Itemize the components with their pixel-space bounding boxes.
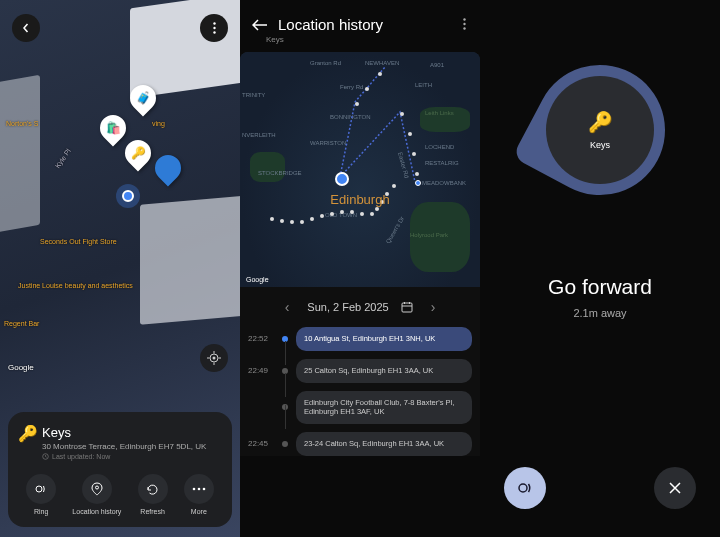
date-navigator: ‹ Sun, 2 Feb 2025 › — [240, 287, 480, 327]
distance-text: 2.1m away — [480, 307, 720, 319]
entry-time: 22:49 — [248, 366, 274, 375]
more-horizontal-icon — [192, 487, 206, 491]
history-entry[interactable]: Edinburgh City Football Club, 7-8 Baxter… — [248, 391, 472, 425]
entry-address: 25 Calton Sq, Edinburgh EH1 3AA, UK — [296, 359, 472, 383]
entry-time: 22:52 — [248, 334, 274, 343]
direction-panel: 🔑 Keys Go forward 2.1m away — [480, 0, 720, 537]
prev-date-button[interactable]: ‹ — [279, 299, 296, 315]
map-pin-bag[interactable]: 🛍️ — [100, 115, 126, 147]
google-attribution: Google — [8, 363, 34, 372]
map-pin-luggage[interactable]: 🧳 — [130, 85, 156, 117]
compass-item-name: Keys — [590, 140, 610, 150]
svg-point-10 — [36, 486, 42, 492]
back-button[interactable] — [12, 14, 40, 42]
poi-label: Regent Bar — [4, 320, 39, 327]
more-action[interactable]: More — [184, 474, 214, 515]
entry-time: 22:45 — [248, 439, 274, 448]
key-icon: 🔑 — [131, 146, 146, 160]
ring-button[interactable] — [504, 467, 546, 509]
more-vertical-icon — [463, 18, 466, 30]
svg-point-16 — [463, 23, 465, 25]
more-button[interactable] — [200, 14, 228, 42]
svg-point-15 — [463, 18, 465, 20]
page-subtitle: Keys — [266, 35, 480, 44]
map-panel: 🧳 🛍️ 🔑 Norton's S ving Kyle Pl Seconds O… — [0, 0, 240, 537]
svg-point-4 — [213, 357, 216, 360]
history-entry[interactable]: 22:45 23-24 Calton Sq, Edinburgh EH1 3AA… — [248, 432, 472, 456]
clock-icon — [42, 453, 49, 460]
more-vertical-icon — [213, 22, 216, 34]
history-entry[interactable]: 22:49 25 Calton Sq, Edinburgh EH1 3AA, U… — [248, 359, 472, 383]
svg-rect-18 — [402, 303, 412, 312]
svg-point-14 — [203, 488, 206, 491]
history-panel: Location history Keys Granton Rd NEWHAVE… — [240, 0, 480, 537]
svg-point-1 — [213, 27, 215, 29]
poi-label: Seconds Out Fight Store — [40, 238, 117, 245]
crosshair-icon — [207, 351, 221, 365]
back-button[interactable] — [252, 19, 268, 31]
calendar-button[interactable] — [401, 301, 413, 313]
page-title: Location history — [278, 16, 383, 33]
close-button[interactable] — [654, 467, 696, 509]
map-pin-keys[interactable]: 🔑 — [125, 140, 151, 172]
svg-point-11 — [95, 486, 98, 489]
timeline-dot — [282, 441, 288, 447]
entry-address: 23-24 Calton Sq, Edinburgh EH1 3AA, UK — [296, 432, 472, 456]
svg-point-2 — [213, 31, 215, 33]
ring-icon — [34, 482, 48, 496]
more-button[interactable] — [463, 18, 466, 30]
city-label: Edinburgh — [330, 192, 389, 207]
history-entry[interactable]: 22:52 10 Antigua St, Edinburgh EH1 3NH, … — [248, 327, 472, 351]
history-action[interactable]: Location history — [72, 474, 121, 515]
key-icon: 🔑 — [588, 110, 613, 134]
track-path — [240, 52, 480, 287]
direction-instruction: Go forward — [480, 275, 720, 299]
current-date: Sun, 2 Feb 2025 — [307, 301, 388, 313]
poi-label: Norton's S — [6, 120, 38, 127]
next-date-button[interactable]: › — [425, 299, 442, 315]
item-name: Keys — [42, 425, 71, 440]
refresh-action[interactable]: Refresh — [138, 474, 168, 515]
google-attribution: Google — [246, 276, 269, 283]
luggage-icon: 🧳 — [136, 91, 151, 105]
current-location-dot — [335, 172, 349, 186]
calendar-icon — [401, 301, 413, 313]
svg-point-22 — [519, 484, 527, 492]
current-location-dot — [122, 190, 134, 202]
close-icon — [669, 482, 681, 494]
poi-label: Justine Louise beauty and aesthetics — [18, 282, 133, 289]
ring-icon — [516, 479, 534, 497]
chevron-left-icon — [21, 23, 31, 33]
bag-icon: 🛍️ — [106, 121, 121, 135]
history-list: 22:52 10 Antigua St, Edinburgh EH1 3NH, … — [240, 327, 480, 456]
locate-me-button[interactable] — [200, 344, 228, 372]
item-details-card: 🔑 Keys 30 Montrose Terrace, Edinburgh EH… — [8, 412, 232, 527]
key-icon: 🔑 — [18, 424, 34, 440]
compass: 🔑 Keys — [535, 65, 665, 195]
last-updated: Last updated: Now — [42, 453, 222, 460]
arrow-left-icon — [252, 19, 268, 31]
svg-point-12 — [193, 488, 196, 491]
refresh-icon — [146, 483, 159, 496]
map-pin-marker[interactable] — [155, 155, 181, 187]
item-address: 30 Montrose Terrace, Edinburgh EH7 5DL, … — [42, 442, 222, 451]
poi-label: ving — [152, 120, 165, 127]
entry-address: 10 Antigua St, Edinburgh EH1 3NH, UK — [296, 327, 472, 351]
ring-action[interactable]: Ring — [26, 474, 56, 515]
svg-point-0 — [213, 22, 215, 24]
entry-address: Edinburgh City Football Club, 7-8 Baxter… — [296, 391, 472, 425]
svg-point-17 — [463, 27, 465, 29]
history-map[interactable]: Granton Rd NEWHAVEN A901 Ferry Rd LEITH … — [240, 52, 480, 287]
svg-point-13 — [198, 488, 201, 491]
location-icon — [91, 482, 103, 496]
